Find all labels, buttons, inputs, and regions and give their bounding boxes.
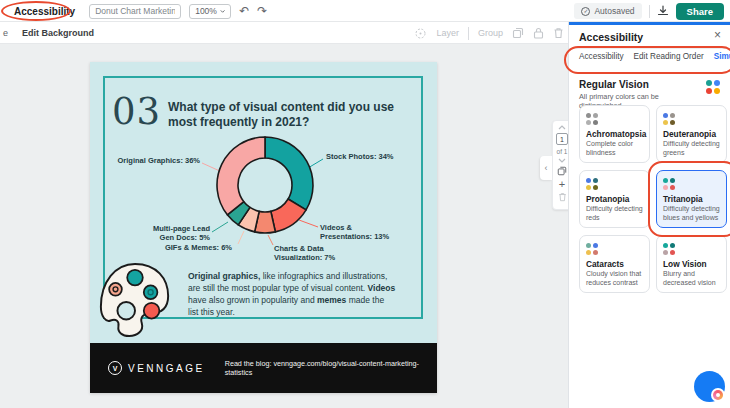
undo-button[interactable]: ↶ [239,5,249,17]
card-title: Low Vision [663,259,720,269]
section-number[interactable]: 03 [112,90,161,133]
footer-blog-link: Read the blog: venngage.com/blog/visual-… [225,359,437,377]
card-title: Deuteranopia [663,129,720,139]
color-dot [593,250,598,255]
tab-simulator[interactable]: Simulator [714,52,730,61]
leader-line [299,220,318,227]
label-stock-photos[interactable]: Stock Photos: 34% [326,152,412,161]
page-count-label: of 1 [557,148,568,155]
card-dots [663,178,675,190]
duplicate-page-icon[interactable] [557,166,567,176]
color-dot [706,88,712,94]
color-dot [670,243,675,248]
label-original-graphics[interactable]: Original Graphics: 36% [104,156,200,165]
color-dot [586,250,591,255]
zoom-select[interactable]: 100% [189,4,231,19]
leader-line [308,159,323,168]
color-dot [663,178,668,183]
trash-icon[interactable] [553,27,564,39]
group-button[interactable]: Group [478,28,503,38]
chat-widget-button[interactable] [694,371,725,402]
palette-illustration[interactable] [96,260,174,340]
simulator-card-low-vision[interactable]: Low VisionBlurry and decreased vision [656,235,727,293]
card-dots [586,243,598,255]
color-dot [593,243,598,248]
accessibility-panel: Accessibility × AccessibilityEdit Readin… [568,22,730,408]
document-title-input[interactable] [89,4,181,19]
edit-toolbar: e Edit Background Layer Group [0,22,568,44]
layer-button[interactable]: Layer [436,28,459,38]
label-gifs-memes[interactable]: GIFs & Memes: 6% [162,243,232,252]
divider [649,5,650,18]
regular-vision-title: Regular Vision [579,79,649,90]
color-dot [586,178,591,183]
simulator-card-cataracts[interactable]: CataractsCloudy vision that reduces cont… [579,235,650,293]
color-dot [670,120,675,125]
color-dot [593,113,598,118]
simulator-card-protanopia[interactable]: ProtanopiaDifficulty detecting reds [579,170,650,228]
close-icon[interactable]: × [714,28,721,42]
infographic-page[interactable]: 03 What type of visual content did you u… [90,62,437,393]
chevron-down-icon [220,9,225,14]
donut-segment-original-graphics[interactable] [217,137,265,215]
add-page-icon[interactable]: + [559,179,565,189]
tab-edit-reading-order[interactable]: Edit Reading Order [634,52,704,61]
card-title: Achromatopsia [586,129,643,139]
color-dot [714,80,720,86]
share-button[interactable]: Share [676,3,724,20]
autosaved-label: Autosaved [594,6,634,16]
page-footer[interactable]: V VENNGAGE Read the blog: venngage.com/b… [90,343,437,393]
label-videos-presentations[interactable]: Videos & Presentations: 13% [320,223,412,241]
color-dot [663,185,668,190]
color-dot [593,120,598,125]
color-dot [714,88,720,94]
color-dot [670,113,675,118]
page-number-box[interactable]: 1 [556,133,568,145]
autosaved-badge: ✓ Autosaved [574,3,641,19]
color-dot [593,185,598,190]
leader-line [212,222,228,232]
simulator-card-tritanopia[interactable]: TritanopiaDifficulty detecting blues and… [656,170,727,228]
top-toolbar: Accessibility 100% ↶ ↷ ✓ Autosaved Share [0,0,730,22]
color-dot [586,120,591,125]
card-desc: Difficulty detecting blues and yellows [663,205,720,222]
collapse-panel-handle[interactable]: ‹ [540,156,552,180]
accessibility-button[interactable]: Accessibility [8,6,81,17]
venngage-brand: V VENNGAGE [108,361,205,375]
summary-paragraph[interactable]: Original graphics, like infographics and… [188,270,396,318]
leader-line [238,231,244,244]
delete-page-icon[interactable] [558,192,567,202]
card-title: Protanopia [586,194,643,204]
clipped-menu-label[interactable]: e [3,28,8,38]
card-dots [663,113,675,125]
card-dots [586,178,598,190]
color-dot [586,113,591,118]
zoom-value: 100% [195,6,217,16]
label-charts-data-viz[interactable]: Charts & Data Visualization: 7% [274,244,360,262]
page-up-icon[interactable] [558,125,566,130]
leader-line [268,235,273,245]
lock-icon[interactable] [533,27,544,39]
panel-accent-strip [569,22,730,25]
page-down-icon[interactable] [558,158,566,163]
card-desc: Blurry and decreased vision [663,270,720,287]
edit-background-button[interactable]: Edit Background [22,28,94,38]
venngage-brand-name: VENNGAGE [128,363,205,374]
panel-tabs: AccessibilityEdit Reading OrderSimulator [579,52,730,61]
duplicate-icon[interactable] [512,27,524,39]
label-multipage-lead-gen[interactable]: Multi-page Lead Gen Docs: 5% [148,224,210,242]
tab-accessibility[interactable]: Accessibility [579,52,624,61]
design-canvas[interactable]: 03 What type of visual content did you u… [0,44,568,408]
venngage-editor: Accessibility 100% ↶ ↷ ✓ Autosaved Share… [0,0,730,408]
simulator-card-achromatopsia[interactable]: AchromatopsiaComplete color blindness [579,105,650,163]
download-button[interactable] [657,5,669,17]
chart-question-title[interactable]: What type of visual content did you use … [168,100,426,130]
simulator-card-deuteranopia[interactable]: DeuteranopiaDifficulty detecting greens [656,105,727,163]
panel-title: Accessibility [579,31,643,43]
position-icon[interactable] [414,27,427,40]
divider [569,48,730,49]
redo-button[interactable]: ↷ [257,5,267,17]
card-dots [663,243,675,255]
color-dot [663,120,668,125]
color-dot [663,250,668,255]
